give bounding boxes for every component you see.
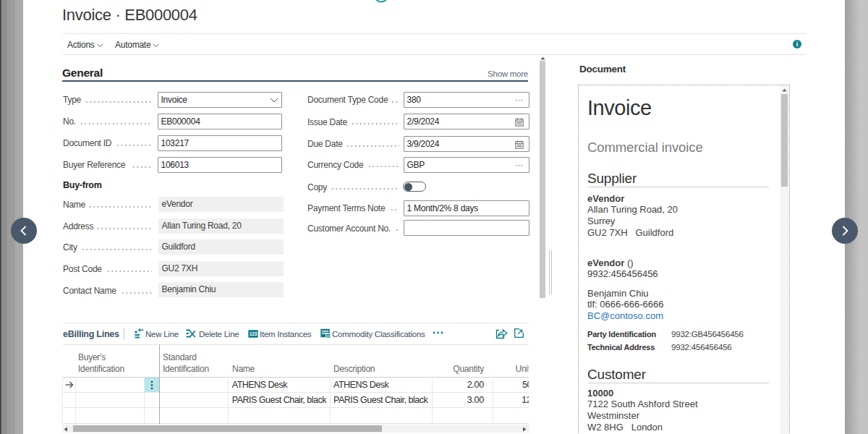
svg-text:123: 123 xyxy=(250,331,258,336)
